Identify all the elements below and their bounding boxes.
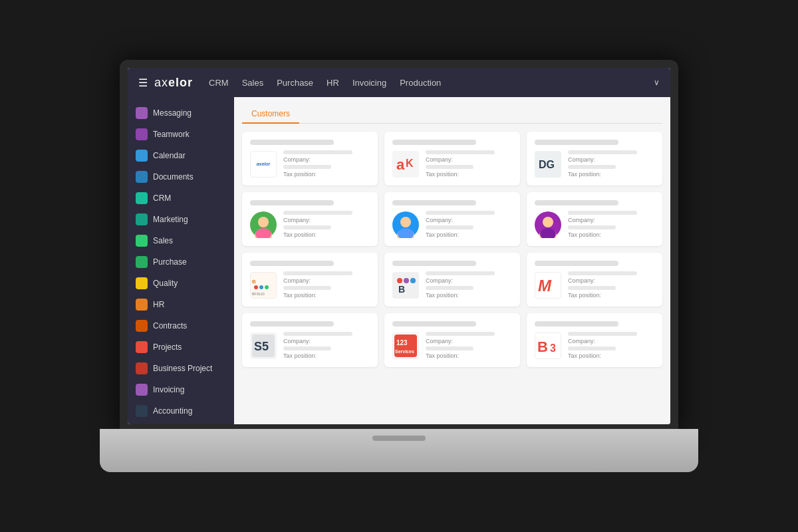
- company-label: Company:: [283, 156, 370, 163]
- sidebar-item-sales[interactable]: Sales: [128, 230, 234, 251]
- info-bar-2: [426, 165, 473, 169]
- info-bar-1: [568, 150, 637, 154]
- sidebar-item-calendar[interactable]: Calendar: [128, 145, 234, 166]
- info-bar-1: [568, 271, 637, 275]
- card-name-bar: [535, 140, 618, 145]
- sidebar-item-accounting[interactable]: Accounting: [128, 400, 234, 422]
- card-body: B 3 Company: Tax position:: [535, 332, 654, 359]
- customer-card-7[interactable]: B BFOLIO: [242, 253, 378, 307]
- nav-purchase[interactable]: Purchase: [277, 75, 313, 90]
- card-logo-avatar-f: [250, 211, 277, 238]
- nav-sales[interactable]: Sales: [242, 75, 264, 90]
- customer-card-11[interactable]: 123 Services Company: Tax position:: [384, 313, 520, 367]
- sidebar-item-business-project[interactable]: Business Project: [128, 358, 234, 379]
- tax-label: Tax position:: [426, 231, 512, 238]
- customer-card-2[interactable]: a K Company: Tax position:: [384, 132, 520, 186]
- company-label: Company:: [568, 156, 654, 163]
- card-name-bar: [392, 200, 476, 205]
- info-bar-2: [568, 286, 616, 290]
- sidebar-item-documents[interactable]: Documents: [128, 166, 234, 188]
- sidebar-item-messaging[interactable]: Messaging: [128, 102, 234, 124]
- sidebar-label-projects: Projects: [153, 342, 182, 352]
- tab-customers[interactable]: Customers: [242, 105, 299, 124]
- sidebar-label-hr: HR: [153, 300, 164, 309]
- company-label: Company:: [283, 338, 370, 344]
- accounting-icon: [136, 405, 148, 417]
- sidebar-item-teamwork[interactable]: Teamwork: [128, 124, 234, 145]
- content-area: Messaging Teamwork Calendar Documen: [128, 97, 670, 424]
- tax-label: Tax position:: [426, 171, 512, 178]
- sidebar-item-marketing[interactable]: Marketing: [128, 209, 234, 230]
- svg-text:B: B: [398, 284, 405, 295]
- svg-point-13: [543, 217, 553, 227]
- sidebar-item-purchase[interactable]: Purchase: [128, 251, 234, 273]
- info-bar-1: [568, 211, 637, 215]
- card-body: axelor Company: Tax position:: [250, 150, 370, 178]
- sidebar-label-sales: Sales: [153, 236, 173, 245]
- svg-point-9: [400, 217, 411, 227]
- card-name-bar: [392, 321, 476, 327]
- tax-label: Tax position:: [283, 231, 370, 238]
- card-logo-s5: S5: [250, 332, 277, 359]
- customer-card-6[interactable]: Company: Tax position:: [527, 192, 662, 246]
- card-info: Company: Tax position:: [568, 332, 654, 359]
- top-nav: ☰ axelor CRM Sales Purchase HR Invoicing…: [128, 68, 670, 97]
- sidebar-label-accounting: Accounting: [153, 406, 192, 416]
- nav-invoicing[interactable]: Invoicing: [352, 75, 386, 90]
- card-info: Company: Tax position:: [283, 150, 370, 178]
- card-name-bar: [392, 261, 476, 266]
- customer-card-4[interactable]: Company: Tax position:: [242, 192, 378, 246]
- card-info: Company: Tax position:: [568, 211, 654, 238]
- sidebar-item-projects[interactable]: Projects: [128, 336, 234, 358]
- card-info: Company: Tax position:: [283, 271, 370, 299]
- sidebar-item-hr[interactable]: HR: [128, 294, 234, 315]
- info-bar-1: [426, 271, 495, 275]
- nav-crm[interactable]: CRM: [209, 75, 229, 90]
- tax-label: Tax position:: [283, 292, 370, 299]
- company-label: Company:: [283, 217, 370, 223]
- page-tabs: Customers: [242, 105, 662, 124]
- quality-icon: [136, 277, 148, 289]
- card-name-bar: [535, 321, 618, 327]
- card-info: Company: Tax position:: [426, 150, 512, 178]
- card-info: Company: Tax position:: [426, 271, 512, 299]
- svg-text:BFOLIO: BFOLIO: [252, 292, 265, 296]
- customer-card-10[interactable]: S5 Company: Tax position:: [242, 313, 378, 367]
- card-name-bar: [392, 140, 476, 145]
- invoicing-icon: [136, 384, 148, 396]
- tax-label: Tax position:: [568, 352, 654, 359]
- sidebar: Messaging Teamwork Calendar Documen: [128, 97, 234, 424]
- sidebar-label-quality: Quality: [153, 279, 178, 288]
- svg-text:B: B: [537, 338, 548, 355]
- customer-card-1[interactable]: axelor Company: Tax position:: [242, 132, 378, 186]
- customer-card-12[interactable]: B 3 Company: Tax position:: [527, 313, 662, 367]
- customers-grid: axelor Company: Tax position:: [242, 132, 662, 367]
- sidebar-item-contracts[interactable]: Contracts: [128, 315, 234, 336]
- nav-chevron-icon[interactable]: ∨: [654, 78, 660, 87]
- nav-hr[interactable]: HR: [327, 75, 339, 90]
- hamburger-icon[interactable]: ☰: [138, 76, 148, 89]
- svg-point-22: [404, 278, 409, 283]
- card-info: Company: Tax position:: [283, 332, 370, 359]
- customer-card-8[interactable]: B Company: Tax position:: [384, 253, 520, 307]
- card-name-bar: [250, 321, 334, 327]
- customer-card-5[interactable]: Company: Tax position:: [384, 192, 520, 246]
- sidebar-item-crm[interactable]: CRM: [128, 188, 234, 209]
- svg-text:Services: Services: [395, 349, 414, 354]
- customer-card-9[interactable]: M Company: Tax position:: [527, 253, 662, 307]
- svg-text:B: B: [252, 279, 256, 285]
- nav-production[interactable]: Production: [400, 75, 441, 90]
- info-bar-2: [568, 346, 616, 350]
- card-logo-dg: DG: [535, 151, 561, 178]
- hr-icon: [136, 299, 148, 311]
- projects-icon: [136, 341, 148, 353]
- purchase-icon: [136, 256, 148, 268]
- customer-card-3[interactable]: DG Company: Tax position:: [527, 132, 662, 186]
- tax-label: Tax position:: [426, 352, 512, 359]
- company-label: Company:: [283, 277, 370, 284]
- sidebar-label-marketing: Marketing: [153, 215, 188, 224]
- sidebar-item-quality[interactable]: Quality: [128, 273, 234, 294]
- sidebar-item-invoicing[interactable]: Invoicing: [128, 379, 234, 400]
- svg-point-19: [265, 285, 269, 289]
- screen-bezel: ☰ axelor CRM Sales Purchase HR Invoicing…: [120, 60, 678, 432]
